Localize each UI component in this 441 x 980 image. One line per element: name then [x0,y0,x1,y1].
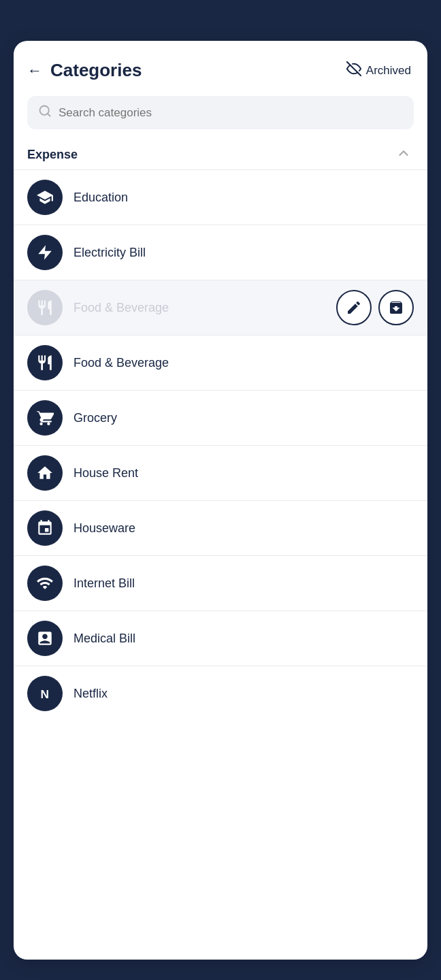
list-item[interactable]: Electricity Bill [14,225,427,280]
search-icon [38,104,52,121]
electricity-icon [27,235,63,270]
svg-text:N: N [41,687,50,701]
house-icon [27,455,63,491]
medical-icon [27,621,63,656]
category-label: Education [74,191,128,205]
category-label: Medical Bill [74,632,135,646]
category-label: Electricity Bill [74,246,146,260]
list-item-swiped[interactable]: Food & Beverage [14,280,427,335]
houseware-icon [27,510,63,546]
archived-button[interactable]: Archived [346,61,411,80]
categories-card: ← Categories Archived Expense [14,41,427,960]
eye-off-icon [346,61,361,80]
education-icon [27,180,63,215]
category-list: Education Electricity Bill Food & Bevera… [14,169,427,721]
grocery-icon [27,400,63,436]
netflix-icon: N [27,676,63,711]
header: ← Categories Archived [14,41,427,93]
food-icon [27,345,63,380]
back-button[interactable]: ← [27,62,42,80]
category-label: House Rent [74,466,138,480]
list-item[interactable]: Medical Bill [14,610,427,666]
category-label: Houseware [74,521,135,536]
expense-section-title: Expense [27,148,78,162]
food-icon [27,290,63,325]
chevron-up-icon[interactable] [396,146,411,164]
list-item[interactable]: House Rent [14,445,427,500]
edit-button[interactable] [336,290,372,325]
category-label: Grocery [74,411,117,425]
svg-line-2 [48,114,50,116]
search-bar[interactable] [27,96,414,129]
category-label: Netflix [74,687,108,701]
action-buttons [336,290,414,325]
list-item[interactable]: Grocery [14,390,427,445]
archive-button[interactable] [378,290,414,325]
header-left: ← Categories [27,60,142,81]
category-label: Food & Beverage [74,356,169,370]
list-item[interactable]: Education [14,169,427,225]
list-item[interactable]: Internet Bill [14,555,427,610]
expense-section-header[interactable]: Expense [14,140,427,169]
page-title: Categories [50,60,142,81]
archived-label: Archived [366,64,411,78]
category-label: Food & Beverage [74,301,169,315]
category-label: Internet Bill [74,576,135,591]
list-item[interactable]: N Netflix [14,666,427,721]
list-item[interactable]: Houseware [14,500,427,555]
list-item[interactable]: Food & Beverage [14,335,427,390]
search-input[interactable] [59,106,403,120]
top-bar [0,0,441,41]
internet-icon [27,566,63,601]
